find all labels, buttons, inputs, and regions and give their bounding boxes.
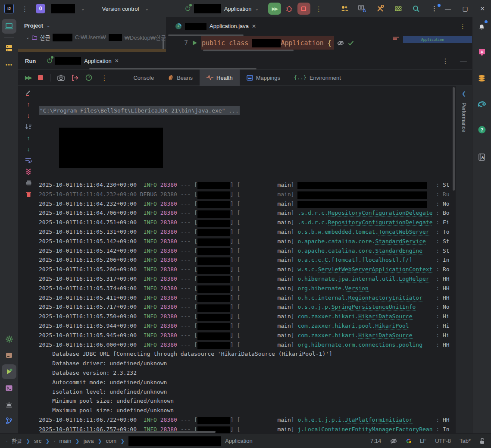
breadcrumb-item[interactable]: main (59, 438, 71, 444)
run-window-title[interactable]: Run (18, 58, 44, 64)
caret-position[interactable]: 7:14 (370, 438, 381, 444)
log-db-line[interactable]: Maximum pool size: undefined/unknown (39, 406, 452, 415)
print-icon[interactable] (24, 179, 33, 187)
tab-health[interactable]: Health (200, 69, 240, 86)
services-icon[interactable] (2, 41, 16, 56)
prev-occurrence-icon[interactable]: ↑ (24, 134, 33, 142)
help-icon[interactable]: ? (475, 122, 489, 137)
exit-icon[interactable] (72, 75, 78, 81)
tab-scrollbar[interactable] (168, 34, 244, 36)
run-session-tab[interactable]: ⏻ Application ✕ (44, 52, 122, 69)
log-line[interactable]: 2025-10-01T16:11:05.131+09:00INFO 28380 … (39, 227, 452, 237)
pin-edit-icon[interactable] (24, 89, 33, 97)
stop-button[interactable] (297, 3, 310, 15)
console-command-line[interactable]: "C:\Program Files\BellSoft\LibericaJDK-2… (39, 106, 240, 116)
console-hscrollbar[interactable] (40, 431, 216, 433)
version-control-menu[interactable]: Version control (102, 6, 139, 12)
unlocked-icon[interactable] (479, 438, 485, 444)
log-db-line[interactable]: Minimum pool size: undefined/unknown (39, 396, 452, 406)
gradle-elephant-icon[interactable] (475, 97, 489, 111)
collapse-chevron-icon[interactable]: ❮ (456, 91, 472, 97)
git-branch-icon[interactable] (2, 414, 16, 428)
line-ending-widget[interactable]: LF (420, 438, 426, 444)
project-badge[interactable]: 0 (36, 4, 45, 13)
log-line[interactable]: 2025-10-01T16:11:04.751+09:00INFO 28380 … (39, 218, 452, 227)
encoding-widget[interactable]: UTF-8 (435, 438, 451, 444)
breadcrumb-item[interactable]: java (84, 438, 94, 444)
log-line[interactable]: 2025-10-01T16:11:04.706+09:00INFO 28380 … (39, 208, 452, 218)
soft-wrap-icon[interactable] (24, 156, 33, 165)
rerun-icon[interactable]: ▶▶ (25, 75, 31, 81)
run-kebab-icon[interactable]: ⋮ (314, 6, 324, 12)
console-output[interactable]: "C:\Program Files\BellSoft\LibericaJDK-2… (39, 86, 452, 434)
more-tool-windows-icon[interactable]: ••• (2, 57, 16, 72)
run-config-selector[interactable]: Application (224, 6, 252, 12)
chevron-down-icon[interactable]: ⌄ (145, 6, 148, 11)
settings-gear-icon[interactable] (2, 332, 16, 346)
scroll-to-end-icon[interactable] (24, 167, 33, 176)
stop-icon[interactable] (38, 75, 43, 80)
search-icon[interactable] (412, 5, 420, 13)
log-db-line[interactable]: Database JDBC URL [Connecting through da… (39, 349, 452, 359)
expand-chevron-icon[interactable]: ⌄ (26, 35, 29, 40)
breadcrumb[interactable]: · 한글 ❯ src ❯ · main ❯ java ❯ com ❯ Appli… (0, 436, 253, 446)
ai-assistant-icon[interactable] (475, 45, 489, 60)
run-window-kebab-icon[interactable]: ⋮ (442, 57, 449, 65)
performance-side-panel[interactable]: ❮ Performance (455, 86, 472, 434)
project-root-row[interactable]: ⌄ 한글 C:₩Users₩ ₩Desktop₩한글 (18, 29, 166, 41)
run-button[interactable]: ▶▶ (268, 3, 281, 15)
kebab-badge-icon[interactable]: ⋮ (429, 5, 439, 13)
sort-lines-icon[interactable] (24, 122, 33, 131)
tab-console[interactable]: Console (126, 69, 161, 86)
log-line[interactable]: 2025-10-01T16:11:05.374+09:00INFO 28380 … (39, 284, 452, 293)
log-line[interactable]: 2025-10-01T16:11:04.232+09:00DEBUG 28380… (39, 190, 452, 199)
run-gutter-icon[interactable] (192, 40, 197, 46)
editor-hscrollbar[interactable] (203, 50, 294, 51)
down-stack-icon[interactable]: ↓ (24, 111, 33, 120)
log-line[interactable]: 2025-10-01T16:11:05.142+09:00INFO 28380 … (39, 237, 452, 246)
app-logo-icon[interactable]: IJ (4, 4, 14, 13)
indent-widget[interactable]: Tab* (460, 438, 471, 444)
log-line[interactable]: 2025-10-01T16:11:06.000+09:00INFO 28380 … (39, 340, 452, 350)
log-line[interactable]: 2025-10-01T16:11:05.206+09:00INFO 28380 … (39, 265, 452, 274)
clear-all-icon[interactable] (24, 190, 33, 198)
database-icon[interactable] (475, 71, 489, 85)
up-stack-icon[interactable]: ↑ (24, 100, 33, 109)
log-line[interactable]: 2025-10-01T16:11:06.722+09:00INFO 28380 … (39, 415, 452, 425)
log-line[interactable]: 2025-10-01T16:11:05.717+09:00INFO 28380 … (39, 302, 452, 312)
maximize-button[interactable]: ▢ (457, 0, 474, 17)
dictionary-icon[interactable]: A (475, 150, 489, 164)
close-tab-icon[interactable]: ✕ (252, 23, 256, 29)
tab-environment[interactable]: {..} Environment (287, 69, 348, 86)
breadcrumb-item[interactable]: Application (225, 438, 253, 444)
laptop-icon[interactable] (2, 19, 16, 34)
next-occurrence-icon[interactable]: ↓ (24, 145, 33, 154)
google-icon[interactable]: G (406, 437, 411, 445)
tab-mappings[interactable]: Mappings (240, 69, 287, 86)
run-tool-window-icon[interactable] (2, 364, 16, 379)
log-db-line[interactable]: Database driver: undefined/unknown (39, 359, 452, 368)
log-line[interactable]: 2025-10-01T16:11:04.230+09:00INFO 28380 … (39, 180, 452, 190)
log-db-line[interactable]: Isolation level: undefined/unknown (39, 387, 452, 397)
hide-tool-window-icon[interactable]: — (460, 57, 467, 65)
tab-beans[interactable]: Beans (161, 69, 200, 86)
console-kebab-icon[interactable]: ⋮ (99, 75, 109, 81)
highlighting-off-eye-icon[interactable] (390, 438, 397, 444)
log-line[interactable]: 2025-10-01T16:11:05.944+09:00INFO 28380 … (39, 321, 452, 331)
breadcrumb-item[interactable]: src (34, 438, 41, 444)
chevron-down-icon[interactable]: ⌄ (47, 23, 50, 28)
minimap-selection[interactable]: Application (403, 36, 472, 43)
build-icon[interactable] (2, 348, 16, 363)
console-vscrollbar[interactable] (453, 87, 455, 191)
project-panel-title[interactable]: Project (24, 22, 43, 29)
minimize-button[interactable]: — (439, 0, 457, 17)
log-db-line[interactable]: Autocommit mode: undefined/unknown (39, 378, 452, 387)
users-icon[interactable] (340, 5, 349, 13)
breadcrumb-item[interactable]: com (106, 438, 117, 444)
highlighting-off-eye-icon[interactable] (337, 40, 344, 46)
translate-icon[interactable]: A (358, 5, 367, 13)
log-line[interactable]: 2025-10-01T16:11:05.142+09:00INFO 28380 … (39, 246, 452, 256)
log-line[interactable]: 2025-10-01T16:11:05.206+09:00INFO 28380 … (39, 255, 452, 265)
tools-icon[interactable] (376, 5, 385, 13)
debug-bug-icon[interactable] (285, 5, 293, 13)
